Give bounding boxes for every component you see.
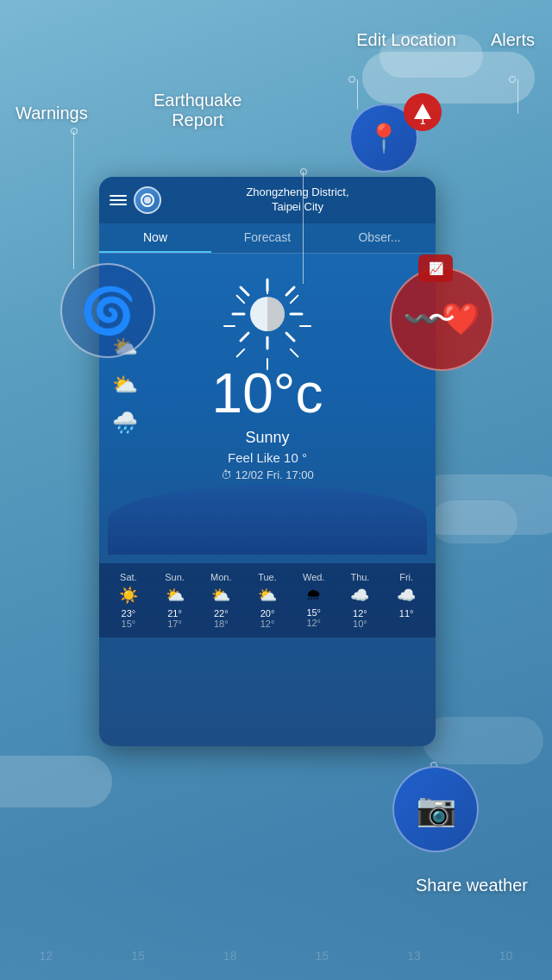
camera-icon: 📷 xyxy=(416,790,456,828)
alerts-label[interactable]: Alerts xyxy=(491,30,535,50)
warnings-dot xyxy=(71,128,78,135)
forecast-col-2: Mon. ⛅ 22° 18° xyxy=(198,572,243,629)
seismograph-icon: 〜 xyxy=(428,300,455,338)
sun-ray-4 xyxy=(267,358,268,370)
share-weather-label: Share weather xyxy=(416,876,528,895)
svg-line-7 xyxy=(241,333,248,341)
alerts-line xyxy=(518,79,518,114)
cloud-warning-icon: ⛅ xyxy=(112,373,138,397)
menu-line-3 xyxy=(110,204,127,205)
svg-line-6 xyxy=(286,287,294,295)
warnings-circle[interactable]: 🌀 xyxy=(60,263,155,358)
forecast-low-5: 10° xyxy=(338,619,383,629)
hurricane-icon: 🌀 xyxy=(80,285,136,337)
forecast-icon-1: ⛅ xyxy=(153,586,198,605)
temperature: 10°c xyxy=(212,366,323,421)
forecast-col-4: Wed. 🌧 15° 12° xyxy=(292,572,336,629)
warnings-label[interactable]: Warnings xyxy=(16,104,88,122)
editloc-dot xyxy=(348,76,355,83)
earthquake-button[interactable]: 〰️❤️ 〜 xyxy=(390,267,493,371)
earthquake-annotation: EarthquakeReport xyxy=(154,91,242,130)
app-header: Zhongzheng District, Taipei City xyxy=(99,177,436,223)
cloud-5 xyxy=(0,756,112,807)
forecast-icon-5: ☁️ xyxy=(338,586,383,605)
forecast-high-6: 11° xyxy=(384,608,429,619)
menu-line-2 xyxy=(110,199,127,201)
eq-dot xyxy=(300,168,307,175)
forecast-icon-6: ☁️ xyxy=(384,586,429,605)
forecast-icon-0: ☀️ xyxy=(106,586,151,605)
share-weather-button[interactable]: 📷 xyxy=(392,766,479,852)
day-label-3: Tue. xyxy=(245,572,290,582)
forecast-grid: Sat. ☀️ 23° 15° Sun. ⛅ 21° 17° Mon. ⛅ 22… xyxy=(106,572,429,629)
edit-location-label[interactable]: Edit Location xyxy=(356,30,456,50)
tab-observed[interactable]: Obser... xyxy=(323,223,436,253)
eq-mini-badge: 📈 xyxy=(418,254,453,282)
svg-line-4 xyxy=(241,287,248,295)
datetime: ⏱ 12/02 Fri. 17:00 xyxy=(221,468,314,481)
menu-line-1 xyxy=(110,195,127,197)
forecast-icon-2: ⛅ xyxy=(198,586,243,605)
forecast-low-0: 15° xyxy=(106,619,151,629)
side-icon-3: 🌧️ xyxy=(110,407,141,438)
menu-button[interactable] xyxy=(110,195,127,205)
forecast-high-4: 15° xyxy=(292,607,336,618)
forecast-low-1: 17° xyxy=(153,619,198,629)
forecast-low-2: 18° xyxy=(198,619,243,629)
forecast-high-3: 20° xyxy=(245,608,290,619)
forecast-col-5: Thu. ☁️ 12° 10° xyxy=(338,572,383,629)
forecast-col-3: Tue. ⛅ 20° 12° xyxy=(245,572,290,629)
forecast-section: Sat. ☀️ 23° 15° Sun. ⛅ 21° 17° Mon. ⛅ 22… xyxy=(99,563,436,638)
sun-icon xyxy=(229,275,306,353)
forecast-high-2: 22° xyxy=(198,608,243,619)
forecast-high-5: 12° xyxy=(338,608,383,619)
earthquake-label: EarthquakeReport xyxy=(154,91,242,129)
side-icon-2: ⛅ xyxy=(110,369,141,400)
alerts-badge[interactable]: 1 xyxy=(404,93,442,131)
reflection-text: 12 15 18 15 13 10 xyxy=(0,949,552,963)
forecast-col-1: Sun. ⛅ 21° 17° xyxy=(153,572,198,629)
day-label-2: Mon. xyxy=(198,572,243,582)
location-display[interactable]: Zhongzheng District, Taipei City xyxy=(170,185,425,215)
day-label-0: Sat. xyxy=(106,572,151,582)
cloud-face-icon: 🌧️ xyxy=(112,411,138,435)
feel-like: Feel Like 10 ° xyxy=(228,450,307,465)
forecast-low-3: 12° xyxy=(245,619,290,629)
forecast-col-6: Fri. ☁️ 11° xyxy=(384,572,429,629)
alerts-dot xyxy=(509,76,516,83)
forecast-high-0: 23° xyxy=(106,608,151,619)
logo-circle xyxy=(141,193,154,207)
cloud-4 xyxy=(431,500,518,543)
editloc-line xyxy=(357,79,358,110)
day-label-6: Fri. xyxy=(384,572,429,582)
share-weather-annotation: Share weather xyxy=(416,876,528,895)
day-label-1: Sun. xyxy=(153,572,198,582)
alert-count: 1 xyxy=(420,116,425,126)
app-card: Zhongzheng District, Taipei City Now For… xyxy=(99,177,436,746)
forecast-high-1: 21° xyxy=(153,608,198,619)
eq-line xyxy=(303,172,304,284)
app-tabs: Now Forecast Obser... xyxy=(99,223,436,254)
alert-content: 1 xyxy=(414,104,431,121)
top-annotations: Edit Location Alerts xyxy=(0,30,552,50)
app-logo xyxy=(134,186,161,214)
forecast-icon-3: ⛅ xyxy=(245,586,290,605)
warnings-line-v xyxy=(73,131,74,269)
warnings-annotation: Warnings xyxy=(16,104,88,123)
day-label-5: Thu. xyxy=(338,572,383,582)
tab-forecast[interactable]: Forecast xyxy=(211,223,323,253)
page: Edit Location Alerts Warnings Earthquake… xyxy=(0,0,552,980)
weather-hill xyxy=(108,486,427,555)
forecast-col-0: Sat. ☀️ 23° 15° xyxy=(106,572,151,629)
cloud-6 xyxy=(423,717,543,764)
svg-line-5 xyxy=(286,333,294,341)
location-pin-icon: 📍 xyxy=(367,122,401,154)
day-label-4: Wed. xyxy=(292,572,336,582)
forecast-icon-4: 🌧 xyxy=(292,586,336,604)
sun-svg xyxy=(229,275,306,353)
eq-mini-icon: 📈 xyxy=(429,261,443,275)
tab-now[interactable]: Now xyxy=(99,223,211,253)
forecast-low-4: 12° xyxy=(292,618,336,628)
weather-condition: Sunny xyxy=(245,429,289,447)
